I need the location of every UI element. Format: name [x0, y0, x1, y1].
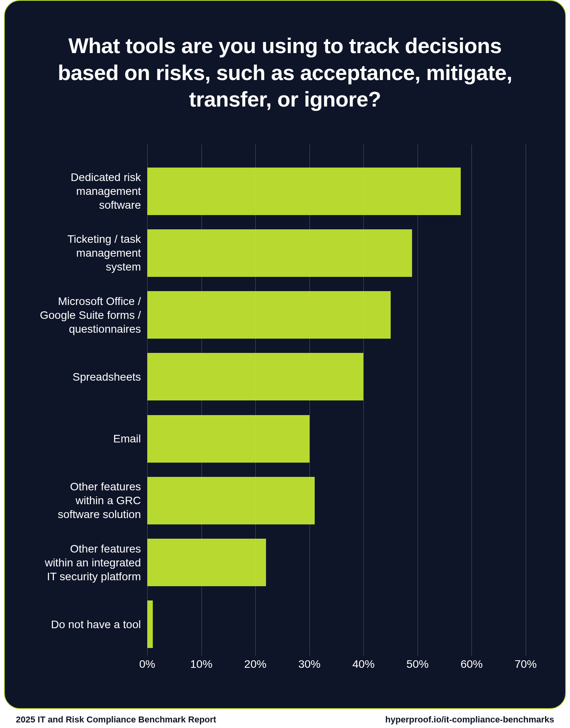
- gridline: [526, 145, 526, 656]
- gridline: [147, 145, 148, 656]
- category-label: Other features within a GRC software sol…: [28, 477, 143, 524]
- x-tick-label: 10%: [190, 658, 213, 671]
- x-tick-label: 30%: [298, 658, 321, 671]
- category-labels-column: Dedicated risk management softwareTicket…: [28, 145, 147, 679]
- category-label: Other features within an integrated IT s…: [28, 539, 143, 586]
- bar: [147, 539, 266, 586]
- x-tick-label: 40%: [352, 658, 374, 671]
- gridline: [255, 145, 256, 656]
- footer: 2025 IT and Risk Compliance Benchmark Re…: [4, 715, 566, 725]
- gridline: [418, 145, 418, 656]
- x-tick-label: 20%: [244, 658, 266, 671]
- plot-inner: 0%10%20%30%40%50%60%70%: [147, 145, 526, 656]
- category-label: Do not have a tool: [28, 600, 143, 648]
- footer-left: 2025 IT and Risk Compliance Benchmark Re…: [16, 715, 216, 725]
- bar: [147, 477, 315, 524]
- category-label: Microsoft Office / Google Suite forms / …: [28, 291, 143, 339]
- bar-row: [147, 415, 526, 463]
- x-tick-label: 60%: [460, 658, 483, 671]
- bar-row: [147, 477, 526, 524]
- x-tick-label: 50%: [407, 658, 429, 671]
- chart-title: What tools are you using to track decisi…: [28, 32, 542, 113]
- category-label: Ticketing / task management system: [28, 229, 143, 277]
- chart-area: Dedicated risk management softwareTicket…: [28, 145, 542, 679]
- x-axis: 0%10%20%30%40%50%60%70%: [147, 656, 526, 671]
- gridline: [471, 145, 472, 656]
- bar-row: [147, 168, 526, 215]
- category-label: Spreadsheets: [28, 353, 143, 400]
- plot-column: 0%10%20%30%40%50%60%70%: [147, 145, 542, 679]
- bar: [147, 168, 461, 215]
- bar-row: [147, 291, 526, 339]
- gridline: [363, 145, 364, 656]
- gridline: [201, 145, 202, 656]
- footer-right: hyperproof.io/it-compliance-benchmarks: [385, 715, 554, 725]
- bar-row: [147, 353, 526, 400]
- bar: [147, 229, 412, 277]
- bar-row: [147, 539, 526, 586]
- bar-row: [147, 229, 526, 277]
- bar: [147, 600, 153, 648]
- gridline: [310, 145, 310, 656]
- bar-row: [147, 600, 526, 648]
- x-tick-label: 0%: [139, 658, 155, 671]
- category-label: Dedicated risk management software: [28, 168, 143, 215]
- x-tick-label: 70%: [515, 658, 537, 671]
- bar: [147, 415, 310, 463]
- chart-card: What tools are you using to track decisi…: [4, 0, 566, 709]
- category-label: Email: [28, 415, 143, 463]
- bar: [147, 291, 391, 339]
